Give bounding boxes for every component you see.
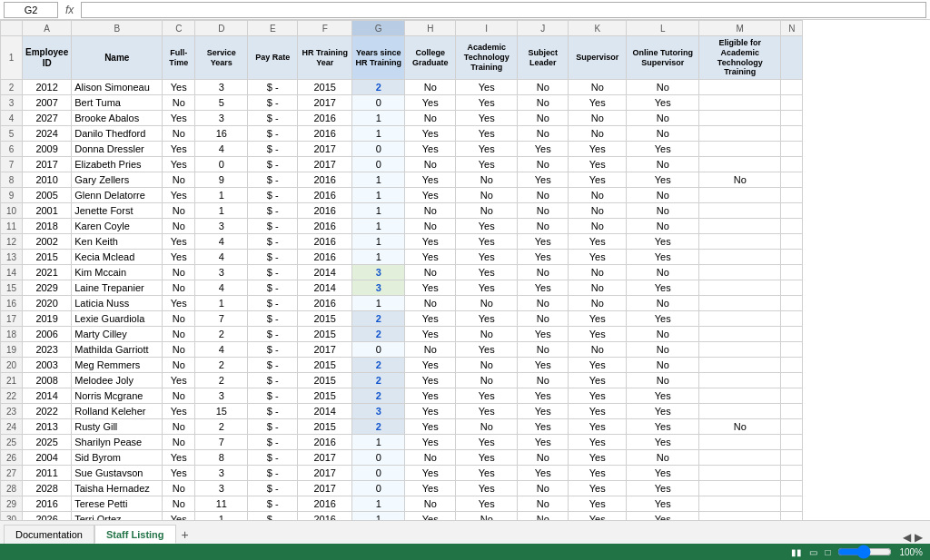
cell-F10[interactable]: 2016 [298,203,352,219]
cell-M27[interactable] [699,466,781,481]
cell-H20[interactable]: Yes [405,358,456,373]
cell-G4[interactable]: 1 [352,111,405,126]
cell-F14[interactable]: 2014 [298,265,352,280]
cell-N7[interactable] [781,157,803,172]
cell-C29[interactable]: No [163,496,195,512]
cell-I17[interactable]: Yes [456,311,518,327]
cell-M10[interactable] [699,203,781,219]
col-header-H[interactable]: H [405,21,456,36]
table-row[interactable]: 222014Norris McgraneNo3$ -20152YesYesYes… [1,388,803,404]
cell-J8[interactable]: Yes [518,172,569,188]
cell-A28[interactable]: 2028 [23,481,72,496]
cell-B10[interactable]: Jenette Forst [72,203,163,219]
scroll-right-icon[interactable]: ▶ [915,531,923,544]
cell-E13[interactable]: $ - [248,250,298,265]
cell-B9[interactable]: Glenn Delatorre [72,188,163,203]
cell-J18[interactable]: Yes [518,327,569,342]
cell-F26[interactable]: 2017 [298,450,352,466]
cell-H30[interactable]: Yes [405,512,456,520]
cell-M14[interactable] [699,265,781,280]
cell-D18[interactable]: 2 [195,327,248,342]
cell-L27[interactable]: Yes [627,466,699,481]
cell-E21[interactable]: $ - [248,373,298,388]
cell-A14[interactable]: 2021 [23,265,72,280]
cell-E22[interactable]: $ - [248,388,298,404]
cell-M23[interactable] [699,404,781,419]
cell-L22[interactable]: Yes [627,388,699,404]
cell-I27[interactable]: Yes [456,466,518,481]
cell-F21[interactable]: 2015 [298,373,352,388]
cell-K2[interactable]: No [569,80,627,95]
cell-G22[interactable]: 2 [352,388,405,404]
cell-F19[interactable]: 2017 [298,342,352,358]
cell-F13[interactable]: 2016 [298,250,352,265]
table-row[interactable]: 42027Brooke AbalosYes3$ -20161NoYesNoNoN… [1,111,803,126]
cell-F6[interactable]: 2017 [298,142,352,157]
cell-B3[interactable]: Bert Tuma [72,95,163,111]
cell-K12[interactable]: Yes [569,234,627,250]
cell-A24[interactable]: 2013 [23,419,72,435]
cell-C3[interactable]: No [163,95,195,111]
cell-H19[interactable]: No [405,342,456,358]
cell-G2[interactable]: 2 [352,80,405,95]
cell-M6[interactable] [699,142,781,157]
view-normal-icon[interactable]: ▮▮ [791,547,802,557]
cell-K18[interactable]: Yes [569,327,627,342]
cell-J13[interactable]: Yes [518,250,569,265]
cell-I26[interactable]: Yes [456,450,518,466]
cell-H25[interactable]: Yes [405,435,456,450]
cell-K5[interactable]: No [569,126,627,142]
cell-B7[interactable]: Elizabeth Pries [72,157,163,172]
cell-D15[interactable]: 4 [195,280,248,296]
table-row[interactable]: 62009Donna DresslerYes4$ -20170YesYesYes… [1,142,803,157]
cell-K14[interactable]: No [569,265,627,280]
cell-J6[interactable]: Yes [518,142,569,157]
cell-D26[interactable]: 8 [195,450,248,466]
cell-K27[interactable]: Yes [569,466,627,481]
cell-C8[interactable]: No [163,172,195,188]
cell-B2[interactable]: Alison Simoneau [72,80,163,95]
cell-L9[interactable]: No [627,188,699,203]
cell-D7[interactable]: 0 [195,157,248,172]
cell-E7[interactable]: $ - [248,157,298,172]
cell-D23[interactable]: 15 [195,404,248,419]
cell-J29[interactable]: No [518,496,569,512]
cell-G8[interactable]: 1 [352,172,405,188]
cell-G29[interactable]: 1 [352,496,405,512]
cell-D13[interactable]: 4 [195,250,248,265]
cell-I29[interactable]: Yes [456,496,518,512]
cell-L25[interactable]: Yes [627,435,699,450]
cell-D25[interactable]: 7 [195,435,248,450]
cell-L30[interactable]: Yes [627,512,699,520]
cell-I22[interactable]: Yes [456,388,518,404]
cell-A22[interactable]: 2014 [23,388,72,404]
cell-G27[interactable]: 0 [352,466,405,481]
cell-N17[interactable] [781,311,803,327]
cell-J23[interactable]: Yes [518,404,569,419]
cell-A30[interactable]: 2026 [23,512,72,520]
cell-L15[interactable]: Yes [627,280,699,296]
cell-K3[interactable]: Yes [569,95,627,111]
table-row[interactable]: 242013Rusty GillNo2$ -20152YesNoYesYesYe… [1,419,803,435]
cell-A21[interactable]: 2008 [23,373,72,388]
cell-L13[interactable]: Yes [627,250,699,265]
table-row[interactable]: 162020Laticia NussYes1$ -20161NoNoNoNoNo [1,296,803,311]
cell-L26[interactable]: No [627,450,699,466]
cell-J14[interactable]: No [518,265,569,280]
cell-I30[interactable]: No [456,512,518,520]
cell-C12[interactable]: Yes [163,234,195,250]
cell-E27[interactable]: $ - [248,466,298,481]
cell-A23[interactable]: 2022 [23,404,72,419]
cell-C11[interactable]: No [163,219,195,234]
cell-B24[interactable]: Rusty Gill [72,419,163,435]
cell-H7[interactable]: No [405,157,456,172]
cell-L2[interactable]: No [627,80,699,95]
cell-B4[interactable]: Brooke Abalos [72,111,163,126]
cell-J22[interactable]: Yes [518,388,569,404]
cell-F5[interactable]: 2016 [298,126,352,142]
col-header-I[interactable]: I [456,21,518,36]
cell-M3[interactable] [699,95,781,111]
cell-M12[interactable] [699,234,781,250]
cell-I28[interactable]: Yes [456,481,518,496]
cell-B22[interactable]: Norris Mcgrane [72,388,163,404]
